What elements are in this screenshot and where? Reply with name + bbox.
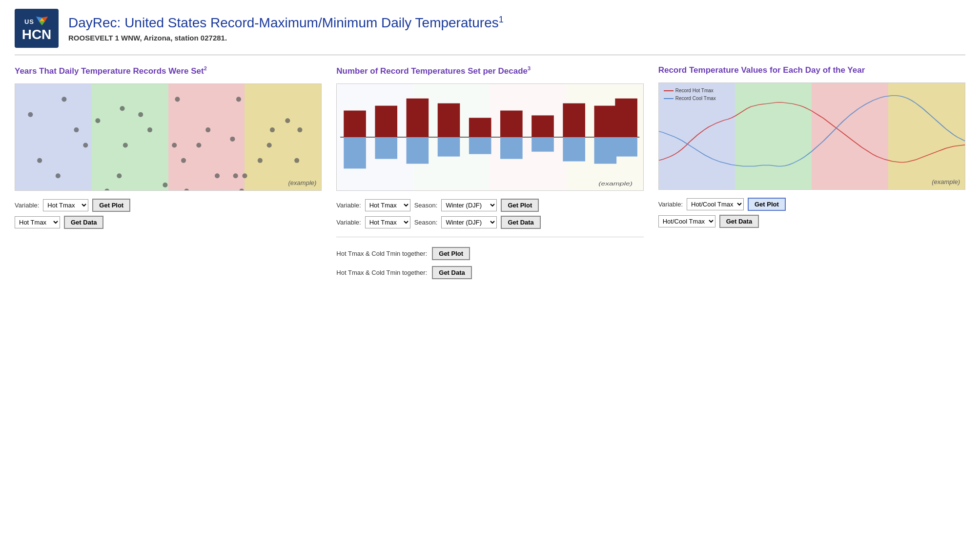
panel3-plot-row: Variable: Hot/Cool Tmax Hot/Cool Tmin Ge… [658,198,965,211]
svg-point-69 [297,127,302,132]
svg-point-80 [120,106,125,111]
logo-bird-icon [35,16,49,26]
svg-rect-99 [344,137,367,168]
svg-rect-102 [407,98,429,137]
logo-us-text: US [24,18,34,25]
svg-rect-111 [532,137,554,152]
svg-point-84 [236,97,241,102]
svg-point-14 [56,173,61,178]
scatter-dots-svg [15,84,321,191]
page-header: US HCN DayRec: United States Record-Maxi… [0,0,980,55]
panel2-data-button[interactable]: Get Data [501,216,540,229]
panel1-variable-select[interactable]: Hot Tmax Cool Tmax Hot Tmin Cool Tmin [43,199,88,211]
panel2-season-label2: Season: [414,219,438,226]
panel1-variable2-select[interactable]: Hot Tmax Cool Tmax Hot Tmin Cool Tmin [15,216,60,228]
svg-rect-113 [563,137,586,162]
scatter-example-label: (example) [288,179,317,186]
svg-rect-100 [375,105,398,137]
panel3-title: Record Temperature Values for Each Day o… [658,65,965,76]
svg-point-88 [95,118,100,123]
svg-rect-107 [469,137,491,154]
svg-text:(example): (example) [599,181,633,186]
panel2-season-select[interactable]: Winter (DJF) Spring (MAM) Summer (JJA) F… [441,199,497,211]
station-name: ROOSEVELT 1 WNW, Arizona, station 027281… [68,34,965,42]
panel1-plot-button[interactable]: Get Plot [92,199,130,212]
line-example-label: (example) [932,178,960,185]
logo-hcn-text: HCN [22,28,52,41]
legend-cool-label: Record Cool Tmax [675,95,716,102]
svg-point-76 [233,173,238,178]
svg-point-43 [196,143,201,147]
svg-rect-105 [438,137,460,157]
svg-rect-117 [615,137,638,157]
svg-rect-103 [407,137,429,164]
svg-point-49 [242,173,247,178]
panel3-variable-select[interactable]: Hot/Cool Tmax Hot/Cool Tmin [687,198,744,210]
panel1-data-button[interactable]: Get Data [64,216,103,229]
panel2-plot-button[interactable]: Get Plot [501,199,539,212]
panel2-variable-select[interactable]: Hot Tmax Cool Tmax Hot Tmin Cool Tmin [365,199,410,211]
panel3-var-label: Variable: [658,201,683,208]
svg-point-60 [270,127,275,132]
svg-point-21 [123,143,128,147]
svg-point-28 [117,173,122,178]
ushcn-logo: US HCN [15,9,59,48]
panel3-controls: Variable: Hot/Cool Tmax Hot/Cool Tmin Ge… [658,198,965,228]
svg-point-82 [175,97,180,102]
panel2-together-label1: Hot Tmax & Cold Tmin together: [336,250,427,257]
panel-daily: Record Temperature Values for Each Day o… [658,65,965,279]
panel2-season2-select[interactable]: Winter (DJF) Spring (MAM) Summer (JJA) F… [441,216,497,228]
svg-rect-115 [594,137,617,164]
panel2-together-plot-row: Hot Tmax & Cold Tmin together: Get Plot [336,247,643,260]
panel2-season-label1: Season: [414,202,438,209]
panel1-data-row: Hot Tmax Cool Tmax Hot Tmin Cool Tmin Ge… [15,216,322,229]
page-title: DayRec: United States Record-Maximum/Min… [68,15,965,31]
svg-rect-101 [375,137,398,159]
svg-point-25 [147,127,152,132]
svg-point-9 [74,127,79,132]
svg-point-19 [104,188,109,190]
panel3-variable2-select[interactable]: Hot/Cool Tmax Hot/Cool Tmin [658,215,715,227]
svg-rect-110 [532,115,554,137]
svg-point-58 [258,158,263,163]
panel-years: Years That Daily Temperature Records Wer… [15,65,322,279]
svg-point-65 [294,158,299,163]
panel3-plot-button[interactable]: Get Plot [748,198,786,211]
line-chart-legend: Record Hot Tmax Record Cool Tmax [664,87,716,102]
svg-point-4 [28,112,33,117]
panel1-var-label: Variable: [15,202,39,209]
panel1-plot-row: Variable: Hot Tmax Cool Tmax Hot Tmin Co… [15,199,322,212]
panel1-title: Years That Daily Temperature Records Wer… [15,65,322,77]
legend-cool-line [664,98,674,99]
svg-point-73 [172,143,177,147]
scatter-chart: (example) [15,83,322,191]
svg-point-34 [181,158,186,163]
panel-decade: Number of Record Temperatures Set per De… [336,65,643,279]
panel2-title: Number of Record Temperatures Set per De… [336,65,643,77]
svg-marker-3 [39,21,45,25]
svg-rect-104 [438,103,460,137]
svg-point-53 [267,143,272,147]
svg-point-85 [285,118,290,123]
bar-chart-svg: (example) [337,84,643,190]
panel2-variable2-select[interactable]: Hot Tmax Cool Tmax Hot Tmin Cool Tmin [365,216,410,228]
svg-point-91 [230,137,235,142]
panel2-separator [336,237,643,237]
panel3-data-row: Hot/Cool Tmax Hot/Cool Tmin Get Data [658,215,965,228]
panel2-together-label2: Hot Tmax & Cold Tmin together: [336,269,427,276]
panel2-data-row: Variable: Hot Tmax Cool Tmax Hot Tmin Co… [336,216,643,229]
panel2-together-data-row: Hot Tmax & Cold Tmin together: Get Data [336,266,643,279]
panel2-var-label1: Variable: [336,202,361,209]
panel2-together-plot-button[interactable]: Get Plot [432,247,470,260]
svg-point-38 [205,127,210,132]
panel2-together-data-button[interactable]: Get Data [432,266,471,279]
panel3-data-button[interactable]: Get Data [719,215,759,228]
panel1-controls: Variable: Hot Tmax Cool Tmax Hot Tmin Co… [15,199,322,229]
svg-rect-112 [563,103,586,137]
legend-cool-item: Record Cool Tmax [664,95,716,102]
svg-rect-114 [594,105,617,137]
svg-point-46 [215,173,220,178]
svg-rect-106 [469,118,491,137]
line-chart: Record Hot Tmax Record Cool Tmax (exampl… [658,82,965,190]
legend-hot-item: Record Hot Tmax [664,87,716,95]
